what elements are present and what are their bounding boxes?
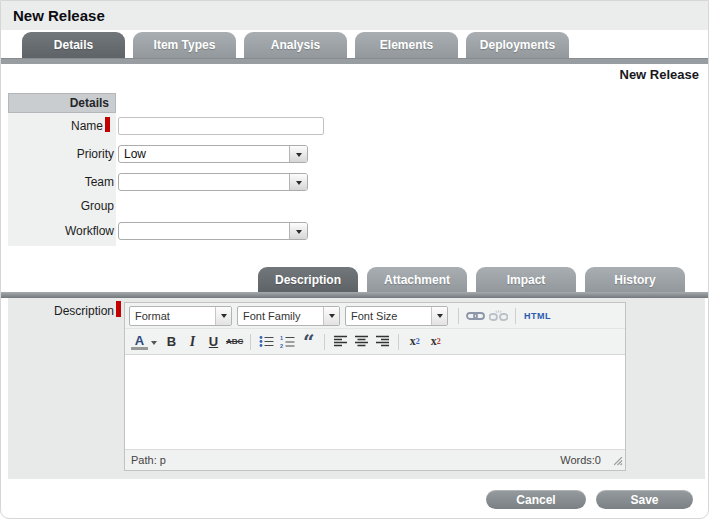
superscript-number: 2 <box>437 337 441 346</box>
superscript-icon[interactable]: x2 <box>427 332 444 352</box>
subscript-icon[interactable]: x2 <box>406 332 423 352</box>
chevron-down-icon <box>329 314 335 321</box>
chevron-down-icon <box>296 181 302 188</box>
description-required-marker <box>116 301 121 317</box>
insert-link-icon[interactable] <box>466 306 485 326</box>
subtab-attachment[interactable]: Attachment <box>367 267 467 292</box>
font-family-select-value: Font Family <box>238 307 323 325</box>
team-value <box>119 174 289 190</box>
new-release-page: New Release Details Item Types Analysis … <box>0 0 709 519</box>
align-left-icon[interactable] <box>332 332 349 352</box>
toolbar-separator <box>324 334 325 350</box>
name-input[interactable] <box>118 117 324 135</box>
editor-status-bar: Path: p Words:0 <box>125 449 625 470</box>
tab-item-types[interactable]: Item Types <box>133 32 236 58</box>
main-tab-bar: Details Item Types Analysis Elements Dep… <box>22 32 569 58</box>
tab-elements[interactable]: Elements <box>355 32 458 58</box>
format-dropdown-button[interactable] <box>215 307 231 325</box>
workflow-select[interactable] <box>118 222 308 240</box>
priority-value: Low <box>119 146 289 162</box>
chevron-down-icon <box>221 314 227 321</box>
svg-text:1: 1 <box>280 335 283 341</box>
name-label: Name <box>8 119 103 133</box>
font-size-select-value: Font Size <box>346 307 431 325</box>
editor-word-count: Words:0 <box>560 454 601 466</box>
html-source-button[interactable]: HTML <box>524 311 551 321</box>
cancel-button[interactable]: Cancel <box>486 490 586 509</box>
toolbar-separator <box>515 308 516 324</box>
remove-link-icon[interactable] <box>489 306 508 326</box>
tab-analysis[interactable]: Analysis <box>244 32 347 58</box>
tab-deployments[interactable]: Deployments <box>466 32 569 58</box>
font-size-dropdown-button[interactable] <box>431 307 447 325</box>
italic-icon[interactable]: I <box>184 332 201 352</box>
workflow-value <box>119 223 289 239</box>
align-center-icon[interactable] <box>353 332 370 352</box>
toolbar-separator <box>398 334 399 350</box>
save-button[interactable]: Save <box>596 490 693 509</box>
align-right-icon[interactable] <box>374 332 391 352</box>
font-color-icon[interactable]: A <box>131 334 148 350</box>
chevron-down-icon <box>296 153 302 160</box>
workflow-label: Workflow <box>8 224 114 238</box>
priority-label: Priority <box>8 147 114 161</box>
rich-text-editor: Format Font Family Font Size HTML A <box>124 302 626 471</box>
svg-text:2: 2 <box>280 343 283 348</box>
description-label: Description <box>8 304 114 318</box>
font-family-dropdown-button[interactable] <box>323 307 339 325</box>
toolbar-separator <box>458 308 459 324</box>
sub-tab-bar: Description Attachment Impact History <box>258 267 685 292</box>
subtab-description[interactable]: Description <box>258 267 358 292</box>
name-required-marker <box>105 117 110 132</box>
subscript-number: 2 <box>416 337 420 346</box>
toolbar-separator <box>250 334 251 350</box>
tab-divider-bar <box>1 58 708 64</box>
team-label: Team <box>8 175 114 189</box>
tab-details[interactable]: Details <box>22 32 125 58</box>
bullet-list-icon[interactable] <box>258 332 275 352</box>
numbered-list-icon[interactable]: 12 <box>279 332 296 352</box>
editor-path: Path: p <box>131 454 166 466</box>
font-color-caret-icon[interactable] <box>151 341 157 348</box>
chevron-down-icon <box>296 230 302 237</box>
team-select[interactable] <box>118 173 308 191</box>
priority-dropdown-button[interactable] <box>289 146 307 162</box>
underline-icon[interactable]: U <box>205 332 222 352</box>
font-family-select[interactable]: Font Family <box>237 306 340 326</box>
page-header-strip <box>1 1 708 30</box>
chevron-down-icon <box>437 314 443 321</box>
strikethrough-icon[interactable]: ABC <box>226 332 243 352</box>
editor-toolbar-row2: A B I U ABC 12 “ x2 <box>125 329 625 355</box>
group-label: Group <box>8 199 114 213</box>
editor-content-area[interactable] <box>125 355 625 449</box>
priority-select[interactable]: Low <box>118 145 308 163</box>
workflow-dropdown-button[interactable] <box>289 223 307 239</box>
subtab-history[interactable]: History <box>585 267 685 292</box>
editor-toolbar-row1: Format Font Family Font Size HTML <box>125 303 625 329</box>
format-select-value: Format <box>130 307 215 325</box>
subtab-impact[interactable]: Impact <box>476 267 576 292</box>
context-title: New Release <box>620 67 700 82</box>
bold-icon[interactable]: B <box>163 332 180 352</box>
format-select[interactable]: Format <box>129 306 232 326</box>
page-title: New Release <box>13 7 105 24</box>
resize-handle-icon[interactable] <box>614 456 623 468</box>
details-section-header: Details <box>8 93 116 113</box>
blockquote-icon[interactable]: “ <box>300 332 317 352</box>
font-size-select[interactable]: Font Size <box>345 306 448 326</box>
team-dropdown-button[interactable] <box>289 174 307 190</box>
